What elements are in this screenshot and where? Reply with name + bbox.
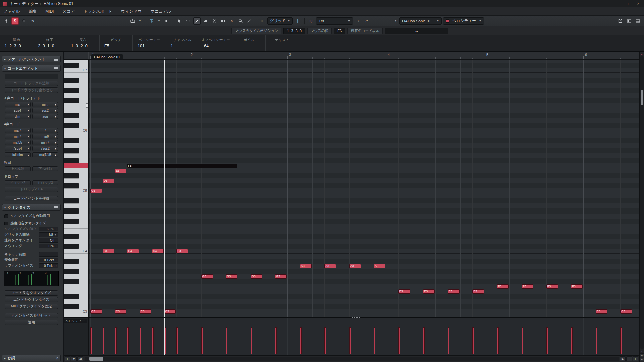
piano-keyboard[interactable]: C7C6C5C4C3 [64,60,89,317]
menu-window[interactable]: ウィンドウ [121,9,142,14]
midi-note[interactable]: A3 [300,264,312,268]
record-in-editor-button[interactable] [20,17,28,25]
chord-button-7[interactable]: 7▶ [32,128,58,133]
chord-button-min6[interactable]: min6▶ [32,134,58,139]
close-button[interactable]: × [637,1,639,6]
velocity-bar[interactable] [324,327,326,354]
quantize-ends-button[interactable]: エンドをクオンタイズ [5,297,58,302]
chord-button-min7[interactable]: min7▶ [5,134,31,139]
part-selector-dropdown[interactable]: HALion Sonic 01▼ [399,17,442,25]
lane-dropdown-arrow[interactable]: ▼ [393,17,398,25]
piano-key-black[interactable] [64,269,79,274]
quantize-note-lengths-button[interactable]: ノート長をクオンタイズ [5,290,58,296]
rough-quantize-value[interactable]: 0 Ticks↕ [39,263,58,268]
piano-key-black[interactable] [64,173,79,178]
menu-file[interactable]: ファイル [3,9,20,14]
chord-button-full-dim[interactable]: full dim▶ [5,152,31,157]
menu-score[interactable]: スコア [62,9,75,14]
velocity-bar[interactable] [300,327,302,354]
draw-tool[interactable] [193,17,201,25]
velocity-bar[interactable] [201,327,203,354]
midi-note[interactable]: C3 [90,309,102,314]
scroll-right-button[interactable]: ▶ [620,356,626,361]
chord-button-7sus2[interactable]: 7sus2▶ [32,146,58,151]
midi-note[interactable]: C4 [103,249,114,253]
piano-key-black[interactable] [64,158,79,163]
velocity-bar[interactable] [398,327,400,354]
velocity-bar[interactable] [140,327,141,354]
menu-edit[interactable]: 編集 [29,9,37,14]
midi-note[interactable]: C3 [596,309,607,314]
chord-button-min[interactable]: min.▶ [32,102,58,107]
glue-tool[interactable] [219,17,227,25]
velocity-bar[interactable] [152,327,154,354]
add-controller-lane-button[interactable]: + [65,356,70,361]
tuplet-quantize-value[interactable]: Off↕ [39,238,58,243]
midi-note[interactable]: G3 [226,274,237,279]
scroll-left-button[interactable]: ◀ [77,356,83,361]
event-colors-dropdown[interactable]: ベロシティー▼ [443,17,484,25]
info-field-velocity[interactable]: ベロシティー101 [133,35,166,51]
chord-button-maj7[interactable]: maj7▶ [5,128,31,133]
project-cursor[interactable] [164,60,165,317]
midi-note[interactable]: C3 [620,309,632,314]
piano-key-black[interactable] [64,244,79,249]
velocity-bar[interactable] [472,327,474,354]
section-transpose[interactable]: ▸移調♫ [2,355,61,361]
velocity-bar[interactable] [115,327,117,354]
velocity-bar[interactable] [522,327,523,354]
chord-button-dim[interactable]: dim▶ [5,114,31,119]
info-field-text[interactable]: テキスト [266,35,299,51]
piano-key-black[interactable] [64,98,79,103]
chord-button-sus2[interactable]: sus2▶ [32,108,58,113]
midi-note[interactable]: E5 [115,169,127,173]
scroll-down-button[interactable]: ▼ [640,349,644,353]
align-chord-track-button[interactable]: コードトラックに合わせる [5,87,58,93]
drop-3-button[interactable]: ドロップ3 [32,180,58,185]
auto-apply-checkbox[interactable] [4,214,8,218]
velocity-bar[interactable] [226,327,227,354]
create-chord-event-button[interactable]: コードイベントを作成 [5,196,58,201]
v-zoom-in-button[interactable]: + [640,358,644,361]
acoustic-feedback-button[interactable] [163,17,170,25]
controller-lane-label[interactable]: ベロシティー [64,319,87,323]
line-tool[interactable] [246,17,253,25]
info-field-pitch[interactable]: ピッチF5 [100,35,133,51]
catch-range-value[interactable]: -↕ [39,252,58,257]
piano-key-black[interactable] [64,183,79,188]
autoscroll-dropdown-arrow[interactable]: ▼ [157,17,161,25]
midi-note[interactable]: C4 [176,249,188,253]
midi-note[interactable]: E3 [472,289,484,294]
velocity-bar[interactable] [571,327,573,354]
spinner-icon[interactable]: ↕ [55,259,57,262]
zoom-tool[interactable] [237,17,244,25]
midi-note[interactable]: A3 [324,264,336,268]
midi-note[interactable]: A3 [349,264,361,268]
piano-key-black[interactable] [64,219,79,224]
lane-divider-handle[interactable] [352,317,360,318]
v-scroll-track[interactable] [640,56,644,349]
autoscroll-button[interactable] [148,17,155,25]
erase-tool[interactable] [202,17,209,25]
info-field-off-velocity[interactable]: オフベロシティー64 [199,35,232,51]
apply-quantize-button[interactable]: 適用 [5,320,58,325]
quantize-preset-dropdown[interactable]: 1/8▼ [316,17,353,25]
h-scroll-thumb[interactable] [89,357,103,361]
midi-note[interactable]: C3 [115,309,127,314]
drop-2-button[interactable]: ドロップ2 [5,180,31,185]
menu-transport[interactable]: トランスポート [84,9,112,14]
drop-2-4-button[interactable]: ドロップ2 + 4 [5,187,58,192]
lane-preset-dropdown-button[interactable]: ▼ [71,356,77,361]
midi-note[interactable]: C5 [90,189,102,193]
split-tool[interactable] [211,17,218,25]
chord-button-maj[interactable]: maj▶ [5,102,31,107]
velocity-bar[interactable] [423,327,425,354]
midi-note[interactable]: F3 [546,284,558,289]
velocity-bar[interactable] [497,327,499,354]
velocity-bar[interactable] [251,327,252,354]
velocity-bar[interactable] [596,327,597,354]
velocity-bar[interactable] [103,327,104,354]
h-zoom-in-button[interactable]: + [633,356,638,361]
highlighted-key[interactable] [64,163,88,168]
midi-note[interactable]: E3 [398,289,410,294]
